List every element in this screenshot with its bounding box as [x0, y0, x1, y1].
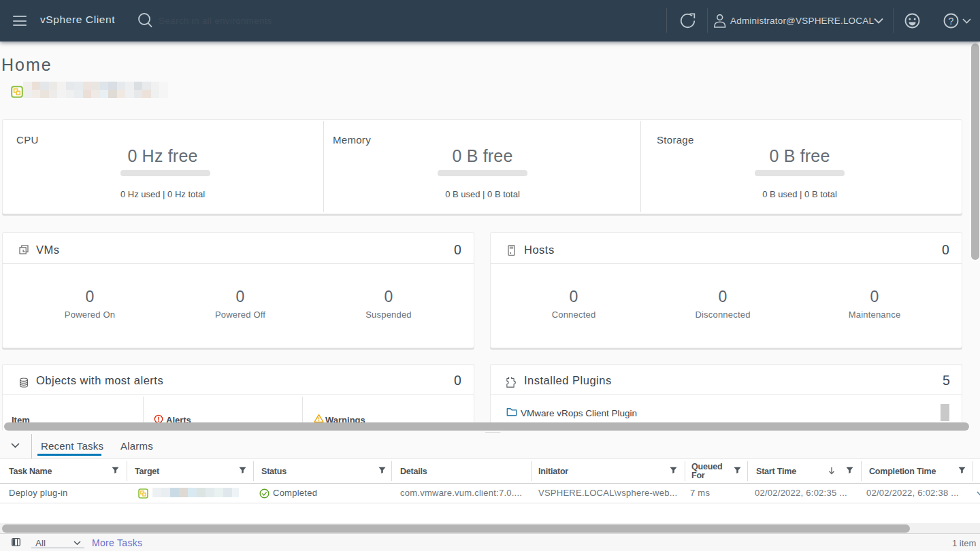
svg-text:?: ?: [949, 16, 954, 27]
